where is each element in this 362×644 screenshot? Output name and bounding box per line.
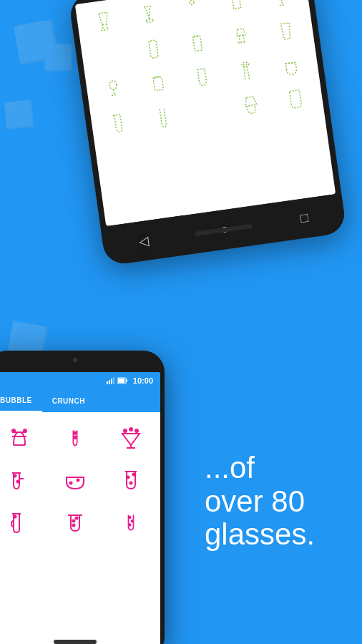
svg-point-45 <box>17 480 19 482</box>
svg-point-54 <box>14 515 16 517</box>
svg-rect-7 <box>149 40 158 58</box>
glass-icon <box>142 101 184 135</box>
glass-icon <box>181 61 223 94</box>
glass-icon <box>215 0 258 20</box>
glass-icon <box>225 54 268 88</box>
svg-point-4 <box>190 0 195 5</box>
svg-point-34 <box>24 429 26 432</box>
glass-icon <box>88 39 130 73</box>
text-over80: over 80 <box>205 485 348 518</box>
pink-glass-icon <box>49 460 102 499</box>
svg-point-47 <box>70 482 72 484</box>
main-text: ...of over 80 glasses. <box>205 452 348 551</box>
glass-grid-top <box>75 0 325 149</box>
pink-glass-grid <box>0 412 160 547</box>
battery-icon <box>117 377 127 384</box>
bottom-phone-camera <box>73 358 77 362</box>
back-button-icon[interactable]: ◁ <box>138 233 150 250</box>
svg-line-16 <box>112 94 117 95</box>
svg-point-3 <box>145 19 152 22</box>
svg-rect-8 <box>193 36 202 51</box>
svg-point-52 <box>130 482 132 484</box>
svg-line-12 <box>243 35 244 42</box>
glass-icon <box>260 0 302 14</box>
svg-line-11 <box>239 36 240 43</box>
glass-icon <box>92 73 134 107</box>
svg-rect-25 <box>111 379 112 384</box>
glass-icon <box>186 94 228 128</box>
pink-glass-icon <box>104 418 157 457</box>
svg-point-20 <box>242 62 250 67</box>
svg-rect-17 <box>153 77 163 90</box>
glass-icon <box>172 0 214 26</box>
svg-point-39 <box>124 429 127 432</box>
svg-line-2 <box>101 29 109 31</box>
svg-line-6 <box>280 4 285 5</box>
signal-icon <box>107 377 115 384</box>
pink-glass-icon <box>104 460 157 499</box>
svg-point-51 <box>133 473 135 475</box>
glass-icon <box>230 89 273 122</box>
svg-point-50 <box>127 476 129 478</box>
bottom-phone-speaker <box>54 640 97 644</box>
tab-crunch[interactable]: CRUNCH <box>42 389 95 412</box>
svg-line-1 <box>107 24 107 29</box>
glass-icon <box>137 67 179 101</box>
text-of: ...of <box>205 452 348 484</box>
glass-icon <box>265 14 307 48</box>
status-time: 10:00 <box>133 376 153 385</box>
svg-point-44 <box>14 474 16 477</box>
tab-bar: BUBBLE CRUNCH <box>0 389 160 412</box>
glass-icon <box>176 26 218 60</box>
svg-point-41 <box>129 428 132 431</box>
svg-rect-24 <box>109 380 110 384</box>
recents-button-icon[interactable]: □ <box>299 210 309 226</box>
glass-icon <box>97 107 140 141</box>
svg-rect-23 <box>107 381 108 384</box>
bottom-phone-screen: 10:00 BUBBLE CRUNCH <box>0 372 160 644</box>
status-icons <box>107 377 127 384</box>
pink-glass-icon <box>49 502 102 542</box>
svg-point-36 <box>74 436 77 439</box>
glass-icon <box>220 21 263 54</box>
top-phone-screen <box>75 0 336 226</box>
svg-line-22 <box>113 114 122 116</box>
svg-point-60 <box>131 519 133 522</box>
svg-point-58 <box>73 524 75 526</box>
pink-glass-icon <box>0 502 46 542</box>
svg-rect-28 <box>118 379 124 383</box>
svg-rect-29 <box>126 379 127 382</box>
pink-glass-icon <box>49 418 102 457</box>
pink-glass-icon <box>0 418 46 457</box>
pink-glass-icon <box>104 502 157 542</box>
glass-icon <box>83 5 125 39</box>
svg-point-56 <box>73 519 75 522</box>
svg-point-14 <box>109 80 117 89</box>
svg-line-0 <box>102 24 103 30</box>
glass-icon <box>132 33 175 67</box>
svg-point-57 <box>76 517 78 519</box>
pink-glass-icon <box>0 460 46 499</box>
svg-point-59 <box>129 516 131 518</box>
glass-icon <box>127 0 170 33</box>
tab-bubble[interactable]: BUBBLE <box>0 389 42 412</box>
svg-line-15 <box>114 89 114 95</box>
svg-line-5 <box>281 0 282 5</box>
svg-point-35 <box>74 431 77 434</box>
glass-icon <box>270 49 312 82</box>
status-bar: 10:00 <box>0 372 160 389</box>
svg-point-48 <box>77 479 79 481</box>
glass-icon <box>274 82 316 116</box>
bottom-phone: 10:00 BUBBLE CRUNCH <box>0 351 165 644</box>
top-phone: ◁ ○ □ <box>68 0 347 266</box>
svg-point-40 <box>135 429 138 432</box>
svg-point-33 <box>12 429 15 432</box>
svg-line-13 <box>238 42 247 43</box>
svg-rect-26 <box>113 377 114 384</box>
text-glasses: glasses. <box>205 518 348 551</box>
svg-point-61 <box>129 524 131 526</box>
